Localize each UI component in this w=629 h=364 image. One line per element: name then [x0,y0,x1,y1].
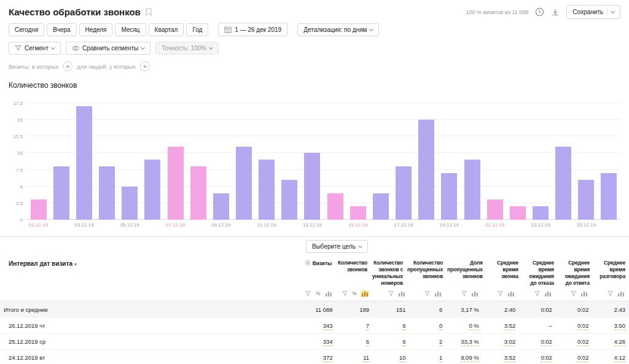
row-date-label[interactable]: 25.12.2019 ср [0,334,300,349]
filter-icon[interactable] [341,290,349,297]
bar-chart-icon[interactable] [580,290,588,297]
filter-icon[interactable] [304,290,312,297]
date-preset-button[interactable]: Вчера [47,23,76,36]
percent-icon[interactable]: % [314,290,322,297]
filter-icon[interactable] [533,290,541,297]
bar-14.12.19[interactable] [327,193,343,220]
date-preset-button[interactable]: Месяц [115,23,146,36]
filter-icon[interactable] [423,290,431,297]
detalization-button[interactable]: Детализация: по дням [297,23,379,36]
row-date-label[interactable]: 24.12.2019 вт [0,350,300,364]
filter-icon[interactable] [460,290,468,297]
metric-value[interactable]: 372 [323,354,333,362]
column-header[interactable]: Среднее время ожидания до ответа [558,256,593,288]
metric-value[interactable]: 0:02 [541,354,552,362]
history-icon[interactable] [535,7,544,17]
bar-chart-icon[interactable] [544,290,552,297]
goal-select-button[interactable]: Выберите цель [306,240,368,253]
metric-value[interactable]: 4:26 [614,338,626,346]
percent-icon[interactable]: % [351,290,359,297]
bar-07.12.19[interactable] [168,147,184,220]
bar-chart-icon[interactable] [507,290,515,297]
bar-20.12.19[interactable] [464,160,480,220]
metric-value[interactable]: 3:02 [504,338,516,346]
metric-value[interactable]: 6 [366,338,369,346]
bar-01.12.19[interactable] [31,199,47,220]
column-header[interactable]: Визиты [300,256,335,288]
metric-value[interactable]: 9,09 % [461,354,479,362]
filter-icon[interactable] [569,290,577,297]
metric-value[interactable]: 0:02 [577,338,589,346]
metric-value[interactable]: 10 [399,354,406,362]
favorite-icon[interactable] [146,8,152,16]
metric-value[interactable]: 0 % [469,322,479,330]
bar-10.12.19[interactable] [236,147,252,220]
bar-12.12.19[interactable] [281,180,297,220]
metric-value[interactable]: 1 [439,354,442,362]
date-range-button[interactable]: 1 — 26 дек 2019 [218,23,287,36]
metric-value[interactable]: 0:02 [577,322,589,330]
bar-05.12.19[interactable] [122,187,138,220]
metric-value[interactable]: 0:02 [541,338,552,346]
filter-icon[interactable] [606,290,614,297]
metric-value[interactable]: – [549,322,552,329]
bar-13.12.19[interactable] [304,153,320,220]
metric-value[interactable]: 2 [439,338,442,346]
date-preset-button[interactable]: Сегодня [9,23,44,36]
filter-icon[interactable] [496,290,504,297]
column-header[interactable]: Среднее время разговора [593,256,629,288]
column-header[interactable]: Среднее время звонка [486,256,522,288]
bar-chart-icon[interactable] [617,290,625,297]
bar-09.12.19[interactable] [213,193,229,220]
bar-11.12.19[interactable] [259,160,275,220]
column-header[interactable]: Количество звонков с уникальных номеров [371,256,407,288]
metric-value[interactable]: 3:50 [614,322,626,330]
compare-segments-button[interactable]: Сравнить сегменты [66,42,150,55]
metric-value[interactable]: 33,3 % [461,338,479,346]
row-date-label[interactable]: 26.12.2019 чт [0,318,300,333]
bar-chart-icon[interactable] [361,290,369,297]
metric-value[interactable]: 7 [366,322,369,330]
date-preset-button[interactable]: Квартал [149,23,184,36]
bar-21.12.19[interactable] [487,199,503,220]
bar-02.12.19[interactable] [53,166,69,220]
bar-chart-icon[interactable] [324,290,333,297]
bar-chart-icon[interactable] [397,290,406,297]
download-icon[interactable] [551,8,560,17]
bar-17.12.19[interactable] [396,166,412,220]
metric-value[interactable]: 4:12 [614,354,626,362]
metric-value[interactable]: 6 [402,338,405,346]
bar-26.12.19[interactable] [601,173,617,220]
bar-18.12.19[interactable] [418,120,434,220]
accuracy-button[interactable]: Точность: 100% [155,42,219,55]
metric-value[interactable]: 3:52 [504,322,516,330]
bar-24.12.19[interactable] [555,147,571,220]
column-header[interactable]: Количество пропущенных звонков [407,256,447,288]
bar-15.12.19[interactable] [350,206,366,220]
metric-value[interactable]: 6 [402,322,405,330]
column-header[interactable]: Среднее время ожидания до отказа [522,256,558,288]
add-people-filter-button[interactable]: + [140,61,150,71]
bar-08.12.19[interactable] [190,166,206,220]
bar-23.12.19[interactable] [533,206,549,220]
segment-button[interactable]: Сегмент [9,42,61,55]
bar-25.12.19[interactable] [578,180,594,220]
column-header[interactable]: Количество звонков [335,256,371,288]
bar-19.12.19[interactable] [441,173,457,220]
column-header-date-interval[interactable]: Интервал дат визита▾ [0,256,300,288]
metric-value[interactable]: 0:02 [577,354,589,362]
metric-value[interactable]: 11 [363,354,369,362]
bar-22.12.19[interactable] [510,206,526,220]
date-preset-button[interactable]: Год [186,23,208,36]
save-button[interactable]: Сохранить [566,5,620,19]
metric-value[interactable]: 334 [323,338,333,346]
column-header[interactable]: Доля пропущенных звонков [447,256,486,288]
bar-04.12.19[interactable] [99,166,115,220]
add-visit-filter-button[interactable]: + [63,61,72,71]
bar-16.12.19[interactable] [373,193,389,220]
bar-chart-icon[interactable] [471,290,479,297]
metric-value[interactable]: 0 [439,322,442,330]
bar-03.12.19[interactable] [76,106,92,220]
metric-value[interactable]: 343 [323,322,333,330]
bar-06.12.19[interactable] [144,160,160,220]
